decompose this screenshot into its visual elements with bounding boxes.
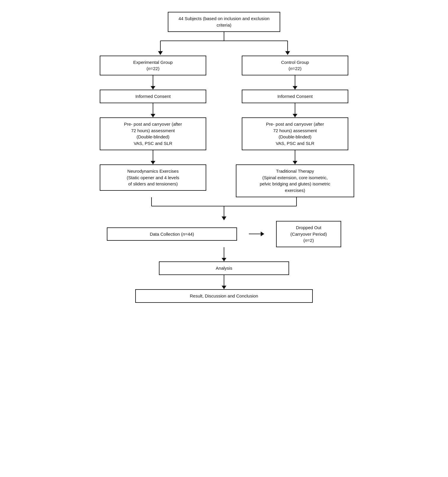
arrow-exp-assess-to-therapy xyxy=(151,150,155,164)
ctrl-group-box: Control Group(n=22) xyxy=(242,56,348,76)
split-arrow xyxy=(109,32,339,56)
analysis-label: Analysis xyxy=(216,266,232,271)
exp-assess-label: Pre- post and carryover (after72 hours) … xyxy=(124,122,182,146)
group-row: Experimental Group(n=22) Informed Consen… xyxy=(6,56,442,197)
exp-group-box: Experimental Group(n=22) xyxy=(100,56,206,76)
ctrl-group-label: Control Group(n=22) xyxy=(281,60,309,71)
ctrl-assess-box: Pre- post and carryover (after72 hours) … xyxy=(242,117,348,150)
arrow-analysis-to-conclusion xyxy=(222,275,226,289)
exp-assess-box: Pre- post and carryover (after72 hours) … xyxy=(100,117,206,150)
flowchart: 44 Subjects (based on inclusion and excl… xyxy=(6,6,442,309)
arrow-ctrl-consent-to-assess xyxy=(293,103,297,117)
merge-arrow xyxy=(100,197,348,221)
arrow-ctrl-to-consent xyxy=(293,75,297,90)
analysis-box: Analysis xyxy=(159,261,289,275)
ctrl-assess-label: Pre- post and carryover (after72 hours) … xyxy=(266,122,324,146)
data-collection-row: Data Collection (n=44) Dropped Out(Carry… xyxy=(6,221,442,247)
top-box: 44 Subjects (based on inclusion and excl… xyxy=(168,12,280,32)
exp-consent-box: Informed Consent xyxy=(100,90,206,103)
ctrl-consent-label: Informed Consent xyxy=(277,94,312,99)
exp-therapy-box: Neurodynamics Exercises(Static opener an… xyxy=(100,164,206,191)
exp-group-label: Experimental Group(n=22) xyxy=(133,60,173,71)
arrow-exp-to-consent xyxy=(151,75,155,90)
svg-marker-5 xyxy=(285,51,290,55)
right-col: Control Group(n=22) Informed Consent Pre… xyxy=(242,56,348,197)
dropout-label: Dropped Out(Carryover Period)(n=2) xyxy=(290,225,327,243)
svg-marker-3 xyxy=(158,51,163,55)
conclusion-label: Result, Discussion and Conclusion xyxy=(190,293,258,298)
ctrl-therapy-box: Traditional Therapy(Spinal extension, co… xyxy=(236,164,354,197)
dropout-box: Dropped Out(Carryover Period)(n=2) xyxy=(276,221,341,247)
arrow-data-to-analysis xyxy=(222,247,226,261)
ctrl-consent-box: Informed Consent xyxy=(242,90,348,103)
exp-therapy-label: Neurodynamics Exercises(Static opener an… xyxy=(127,169,179,187)
arrow-exp-consent-to-assess xyxy=(151,103,155,117)
data-collection-box: Data Collection (n=44) xyxy=(107,227,237,241)
arrow-to-dropout xyxy=(249,230,264,237)
arrow-ctrl-assess-to-therapy xyxy=(293,150,297,164)
left-col: Experimental Group(n=22) Informed Consen… xyxy=(100,56,206,197)
svg-marker-10 xyxy=(222,216,226,220)
data-collection-label: Data Collection (n=44) xyxy=(150,232,194,237)
exp-consent-label: Informed Consent xyxy=(135,94,170,99)
ctrl-therapy-label: Traditional Therapy(Spinal extension, co… xyxy=(260,169,330,193)
top-label: 44 Subjects (based on inclusion and excl… xyxy=(178,16,270,28)
conclusion-box: Result, Discussion and Conclusion xyxy=(135,289,313,303)
